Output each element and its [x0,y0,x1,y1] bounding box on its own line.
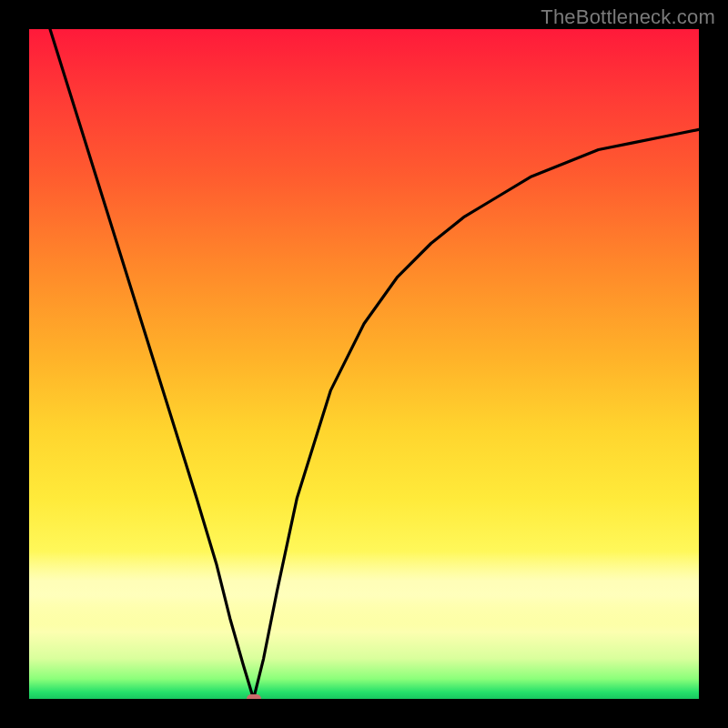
bottleneck-curve [29,29,699,699]
plot-area [29,29,699,699]
chart-frame: TheBottleneck.com [0,0,728,728]
watermark: TheBottleneck.com [541,5,715,29]
minimum-marker [247,694,261,699]
curve-layer [29,29,699,699]
